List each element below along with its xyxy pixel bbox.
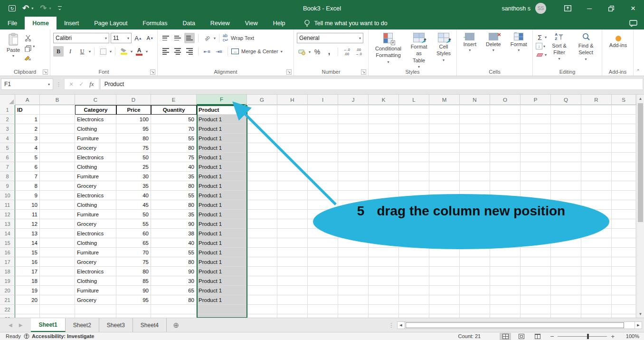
cell-E5[interactable]: 80 bbox=[151, 143, 197, 153]
row-header-1[interactable]: 1 bbox=[0, 105, 15, 115]
merge-center-button[interactable]: ↔ Merge & Center ▾ bbox=[231, 49, 283, 54]
fill-color-dropdown-icon[interactable]: ▾ bbox=[131, 49, 133, 54]
cell-I8[interactable] bbox=[308, 172, 338, 181]
cell-H14[interactable] bbox=[277, 229, 308, 238]
cell-H17[interactable] bbox=[277, 257, 308, 267]
cell-S14[interactable] bbox=[612, 229, 636, 238]
cell-O17[interactable] bbox=[490, 257, 521, 267]
cell-D5[interactable]: 75 bbox=[116, 143, 151, 153]
cell-B1[interactable] bbox=[40, 105, 75, 115]
find-select-button[interactable]: Find & Select▾ bbox=[572, 32, 600, 67]
cell-L7[interactable] bbox=[399, 162, 429, 172]
cell-J2[interactable] bbox=[338, 115, 369, 124]
cell-C4[interactable]: Furniture bbox=[75, 134, 116, 143]
cell-S16[interactable] bbox=[612, 248, 636, 257]
cell-S6[interactable] bbox=[612, 153, 636, 162]
cell-N21[interactable] bbox=[460, 295, 490, 305]
cell-F23[interactable] bbox=[197, 314, 247, 318]
cell-S11[interactable] bbox=[612, 200, 636, 210]
cell-J14[interactable] bbox=[338, 229, 369, 238]
column-header-I[interactable]: I bbox=[308, 95, 338, 105]
cell-M12[interactable] bbox=[429, 210, 460, 219]
cell-K4[interactable] bbox=[369, 134, 399, 143]
formula-input[interactable]: Product bbox=[100, 78, 643, 90]
cell-L20[interactable] bbox=[399, 286, 429, 295]
cell-E4[interactable]: 55 bbox=[151, 134, 197, 143]
cell-K16[interactable] bbox=[369, 248, 399, 257]
cell-I6[interactable] bbox=[308, 153, 338, 162]
cell-M6[interactable] bbox=[429, 153, 460, 162]
underline-button[interactable]: U bbox=[77, 46, 87, 57]
cell-D16[interactable]: 70 bbox=[116, 248, 151, 257]
cell-B4[interactable] bbox=[40, 134, 75, 143]
row-header-3[interactable]: 3 bbox=[0, 124, 15, 134]
cell-P17[interactable] bbox=[521, 257, 551, 267]
addins-button[interactable]: Add-ins bbox=[605, 32, 631, 49]
column-header-K[interactable]: K bbox=[369, 95, 399, 105]
cell-F15[interactable]: Product 1 bbox=[197, 238, 247, 248]
row-header-17[interactable]: 17 bbox=[0, 257, 15, 267]
cell-K18[interactable] bbox=[369, 267, 399, 276]
cell-F19[interactable]: Product 1 bbox=[197, 276, 247, 286]
cell-Q5[interactable] bbox=[551, 143, 581, 153]
cell-I11[interactable] bbox=[308, 200, 338, 210]
sheet-nav-left-icon[interactable]: ◀ bbox=[9, 322, 12, 328]
cell-G9[interactable] bbox=[247, 181, 277, 191]
cell-J4[interactable] bbox=[338, 134, 369, 143]
row-header-14[interactable]: 14 bbox=[0, 229, 15, 238]
tab-page-layout[interactable]: Page Layout bbox=[86, 17, 135, 29]
cell-B11[interactable] bbox=[40, 200, 75, 210]
horizontal-scrollbar[interactable]: ◀ ▶ bbox=[397, 318, 644, 332]
cell-E7[interactable]: 40 bbox=[151, 162, 197, 172]
cell-J11[interactable] bbox=[338, 200, 369, 210]
decrease-font-size-icon[interactable]: A▼ bbox=[145, 33, 155, 43]
cell-M21[interactable] bbox=[429, 295, 460, 305]
column-header-R[interactable]: R bbox=[581, 95, 612, 105]
cell-Q11[interactable] bbox=[551, 200, 581, 210]
cell-E12[interactable]: 35 bbox=[151, 210, 197, 219]
close-button[interactable]: × bbox=[622, 0, 644, 17]
cell-Q6[interactable] bbox=[551, 153, 581, 162]
row-header-4[interactable]: 4 bbox=[0, 134, 15, 143]
cell-J19[interactable] bbox=[338, 276, 369, 286]
row-header-10[interactable]: 10 bbox=[0, 191, 15, 200]
conditional-formatting-button[interactable]: ≠ Conditional Formatting▾ bbox=[371, 32, 405, 67]
cell-Q15[interactable] bbox=[551, 238, 581, 248]
cell-N16[interactable] bbox=[460, 248, 490, 257]
decrease-decimal-icon[interactable]: .00→.0 bbox=[353, 47, 364, 57]
cell-O11[interactable] bbox=[490, 200, 521, 210]
cell-D4[interactable]: 80 bbox=[116, 134, 151, 143]
cell-I21[interactable] bbox=[308, 295, 338, 305]
cell-J12[interactable] bbox=[338, 210, 369, 219]
cell-J21[interactable] bbox=[338, 295, 369, 305]
cell-S18[interactable] bbox=[612, 267, 636, 276]
cell-O22[interactable] bbox=[490, 305, 521, 314]
cell-G6[interactable] bbox=[247, 153, 277, 162]
cell-C19[interactable]: Clothing bbox=[75, 276, 116, 286]
cell-R16[interactable] bbox=[581, 248, 612, 257]
cell-M22[interactable] bbox=[429, 305, 460, 314]
increase-decimal-icon[interactable]: ←.0.00 bbox=[341, 47, 352, 57]
cell-F4[interactable]: Product 1 bbox=[197, 134, 247, 143]
italic-button[interactable]: I bbox=[65, 46, 76, 57]
cell-A2[interactable]: 1 bbox=[15, 115, 40, 124]
cell-R6[interactable] bbox=[581, 153, 612, 162]
cell-K5[interactable] bbox=[369, 143, 399, 153]
cell-K23[interactable] bbox=[369, 314, 399, 318]
cell-Q12[interactable] bbox=[551, 210, 581, 219]
tab-formulas[interactable]: Formulas bbox=[135, 17, 175, 29]
zoom-in-icon[interactable]: + bbox=[611, 333, 615, 340]
cell-I23[interactable] bbox=[308, 314, 338, 318]
wrap-text-button[interactable]: abc↵ Wrap Text bbox=[223, 34, 254, 42]
cell-B14[interactable] bbox=[40, 229, 75, 238]
cell-M8[interactable] bbox=[429, 172, 460, 181]
collapse-ribbon-icon[interactable]: ⌃ bbox=[636, 68, 640, 74]
cell-I15[interactable] bbox=[308, 238, 338, 248]
undo-dropdown-icon[interactable]: ▾ bbox=[31, 6, 33, 10]
cell-O19[interactable] bbox=[490, 276, 521, 286]
cell-B17[interactable] bbox=[40, 257, 75, 267]
percent-style-icon[interactable]: % bbox=[312, 47, 322, 57]
save-icon[interactable]: ↻ bbox=[9, 5, 16, 11]
enter-icon[interactable]: ✓ bbox=[79, 81, 84, 87]
cell-Q1[interactable] bbox=[551, 105, 581, 115]
